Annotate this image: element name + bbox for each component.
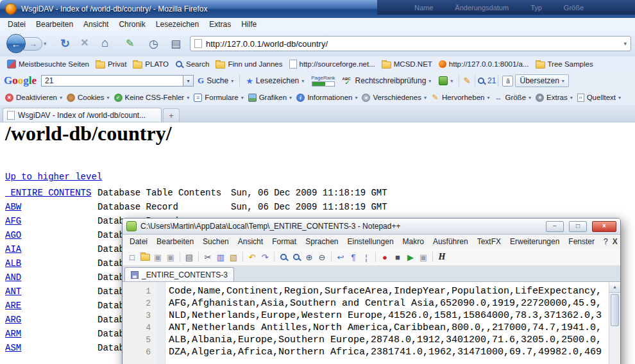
- webdev-item[interactable]: Keine CSS-Fehler▾: [114, 94, 190, 102]
- notepadpp-menu-item[interactable]: Datei: [125, 236, 152, 247]
- tab-wsgidav[interactable]: WsgiDAV - Index of /world-db/count...: [3, 108, 162, 122]
- file-link[interactable]: AND: [5, 270, 97, 285]
- file-link[interactable]: _ENTIRE_CONTENTS: [5, 186, 97, 200]
- google-search-dropdown[interactable]: ▾: [183, 75, 194, 87]
- replace-icon[interactable]: [291, 251, 302, 263]
- up-link[interactable]: Up to higher level: [5, 172, 102, 182]
- print-icon[interactable]: ▤: [183, 251, 195, 263]
- google-search-value[interactable]: 21: [45, 76, 53, 85]
- notepadpp-menu-item[interactable]: Einstellungen: [343, 236, 398, 247]
- file-link[interactable]: AGO: [5, 228, 97, 242]
- stop-macro-icon[interactable]: ■: [392, 251, 403, 263]
- bookmark-item[interactable]: Meistbesuchte Seiten: [4, 58, 92, 70]
- menubar-item[interactable]: Extras: [204, 19, 236, 30]
- close-button[interactable]: ×: [592, 221, 616, 232]
- zoom-out-icon[interactable]: ⊖: [316, 251, 328, 263]
- google-bookmarks-button[interactable]: ★ Lesezeichen ▾: [242, 75, 308, 87]
- file-link[interactable]: ABW: [5, 200, 97, 214]
- copy-icon[interactable]: ▥: [215, 251, 226, 263]
- bookmark-item[interactable]: http://sourceforge.net...: [286, 58, 378, 70]
- history-clock-icon[interactable]: ◷: [149, 37, 158, 51]
- new-file-icon[interactable]: □: [126, 251, 138, 263]
- notepadpp-menu-item[interactable]: Ansicht: [233, 236, 267, 247]
- forward-button[interactable]: →: [24, 37, 42, 51]
- webdev-item[interactable]: Quelltext▾: [577, 94, 621, 102]
- file-link[interactable]: ARG: [5, 313, 97, 327]
- webdev-item[interactable]: Grafiken▾: [248, 94, 292, 102]
- autofill-button[interactable]: ▾: [435, 75, 457, 87]
- menubar-item[interactable]: Ansicht: [78, 19, 114, 30]
- menubar-item[interactable]: Bearbeiten: [31, 19, 78, 30]
- webdev-item[interactable]: Deaktivieren▾: [5, 94, 62, 102]
- notepadpp-menu-item[interactable]: Sprachen: [301, 236, 343, 247]
- notepadpp-menu-item[interactable]: Ausführen: [428, 236, 473, 247]
- print-icon[interactable]: ▤: [171, 37, 181, 51]
- save-macro-icon[interactable]: ▣: [418, 251, 429, 263]
- new-tab-button[interactable]: +: [163, 108, 180, 122]
- notepadpp-menu-item[interactable]: TextFX: [473, 236, 505, 247]
- history-dropdown-icon[interactable]: ▾: [44, 40, 47, 47]
- menubar-item[interactable]: Hilfe: [236, 19, 262, 30]
- bookmark-item[interactable]: Privat: [92, 59, 130, 70]
- file-link[interactable]: AIA: [5, 242, 97, 256]
- minimize-button[interactable]: −: [546, 221, 564, 232]
- notepadpp-tab[interactable]: _ENTIRE_CONTENTS-3: [124, 267, 234, 281]
- bookmark-item[interactable]: Tree Samples: [532, 59, 597, 70]
- webdev-item[interactable]: Verschiedenes▾: [362, 94, 426, 102]
- notepadpp-menu-item[interactable]: Suchen: [198, 236, 233, 247]
- bookmark-item[interactable]: Finn und Jannes: [212, 59, 285, 70]
- file-link[interactable]: ASM: [5, 341, 97, 355]
- show-symbols-icon[interactable]: ¶: [348, 251, 359, 263]
- bookmark-item[interactable]: Search: [172, 59, 212, 70]
- google-search-button[interactable]: G Suche ▾: [194, 74, 237, 87]
- file-link[interactable]: ALB: [5, 256, 97, 270]
- menubar-item[interactable]: Chronik: [114, 19, 150, 30]
- notepadpp-menu-item[interactable]: ?: [599, 236, 613, 247]
- pagerank-indicator[interactable]: PageRank: [311, 75, 335, 87]
- notepadpp-menu-item[interactable]: Erweiterungen: [505, 236, 564, 247]
- file-link[interactable]: AFG: [5, 214, 97, 228]
- save-icon[interactable]: ▣: [152, 251, 164, 263]
- menubar-item[interactable]: Lesezeichen: [151, 19, 204, 30]
- record-macro-icon[interactable]: ●: [379, 251, 391, 263]
- open-file-icon[interactable]: [139, 251, 151, 263]
- google-search-input[interactable]: 21: [41, 75, 183, 87]
- notepadpp-editor[interactable]: 1Code,Name,Continent,Region,SurfaceArea,…: [123, 282, 620, 364]
- notepadpp-menu-item[interactable]: Bearbeiten: [152, 236, 198, 247]
- file-link[interactable]: ARE: [5, 299, 97, 313]
- file-link[interactable]: ARM: [5, 327, 97, 341]
- undo-icon[interactable]: ↶: [246, 251, 258, 263]
- maximize-button[interactable]: □: [569, 221, 587, 232]
- spellcheck-button[interactable]: Rechtschreibprüfung ▾: [339, 75, 436, 87]
- play-macro-icon[interactable]: ▶: [405, 251, 416, 263]
- webdev-item[interactable]: Formulare▾: [194, 94, 243, 102]
- bookmark-item[interactable]: PLATO: [130, 59, 172, 70]
- webdev-item[interactable]: Größe▾: [494, 94, 531, 102]
- webdev-item[interactable]: Extras▾: [536, 94, 573, 102]
- redo-icon[interactable]: ↷: [259, 251, 271, 263]
- scroll-thumb[interactable]: [611, 294, 619, 326]
- notepadpp-menu-item[interactable]: Makro: [398, 236, 428, 247]
- bookmark-item[interactable]: http://127.0.0.1:8001/a...: [436, 59, 532, 69]
- close-document-x[interactable]: X: [613, 237, 621, 246]
- url-text[interactable]: http://127.0.0.1/world-db/country/: [206, 39, 328, 49]
- home-icon[interactable]: ⌂: [101, 36, 108, 50]
- cut-icon[interactable]: ✂: [202, 251, 214, 263]
- indent-guide-icon[interactable]: ¦: [360, 251, 372, 263]
- reload-icon[interactable]: ↻: [60, 37, 70, 51]
- notepadpp-menu-item[interactable]: Fenster: [564, 236, 599, 247]
- translate-icon[interactable]: ä: [502, 76, 513, 87]
- scroll-up-icon[interactable]: ▲: [609, 282, 620, 293]
- url-dropdown-icon[interactable]: ▾: [623, 40, 627, 47]
- webdev-item[interactable]: Hervorheben▾: [431, 94, 490, 102]
- webdev-item[interactable]: Cookies▾: [67, 94, 110, 102]
- stop-icon[interactable]: ×: [81, 35, 89, 50]
- highlighter-icon[interactable]: ✎: [463, 76, 471, 86]
- menubar-item[interactable]: Datei: [3, 19, 31, 30]
- notepadpp-titlebar[interactable]: C:\Users\Martin\AppData\Local\Temp\_ENTI…: [123, 219, 620, 235]
- word-wrap-icon[interactable]: ↩: [335, 251, 346, 263]
- back-button[interactable]: ←: [6, 34, 26, 53]
- paste-icon[interactable]: ▧: [228, 251, 239, 263]
- file-link[interactable]: ANT: [5, 285, 97, 299]
- search-count-button[interactable]: 21: [477, 76, 496, 85]
